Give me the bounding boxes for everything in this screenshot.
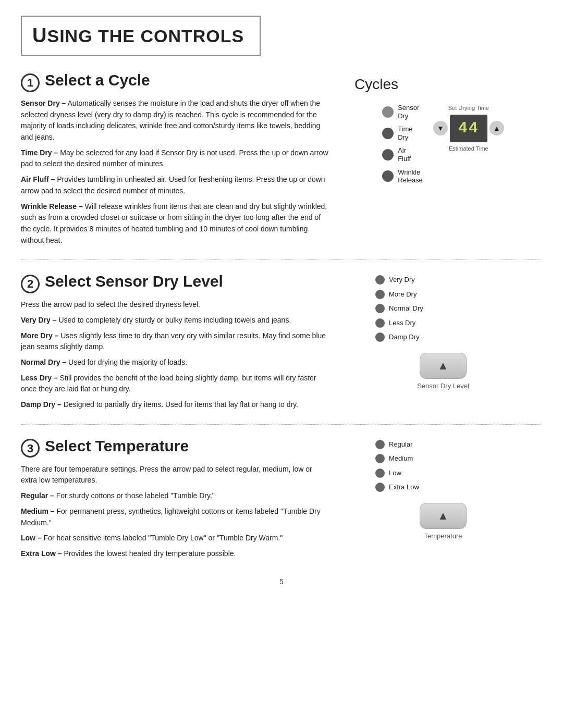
- set-drying-label: Set Drying Time: [448, 104, 489, 113]
- page-header: USING THE CONTROLS: [21, 16, 261, 56]
- temp-regular: Regular: [375, 439, 419, 450]
- step1-visual: Cycles SensorDry TimeDry AirFluff Wrinkl…: [344, 68, 542, 250]
- dryness-more-dry: More Dry: [375, 289, 423, 300]
- step3-text4: Provides the lowest heated dry temperatu…: [64, 549, 236, 558]
- cycle-dot-air: [382, 149, 394, 161]
- step3-bold3: Low –: [21, 534, 42, 542]
- step1-bold2: Time Dry –: [21, 149, 58, 157]
- dryness-damp-dry: Damp Dry: [375, 332, 423, 342]
- cycles-list: SensorDry TimeDry AirFluff WrinkleReleas…: [382, 104, 423, 184]
- temperature-button[interactable]: ▲: [420, 503, 467, 529]
- step2-para1: Very Dry – Used to completely dry sturdy…: [21, 315, 328, 326]
- timer-display: 44: [450, 115, 487, 142]
- cycles-title: Cycles: [354, 73, 398, 95]
- temp-dot-medium: [375, 454, 385, 463]
- temp-dot-extra-low: [375, 483, 385, 492]
- dryness-label-less: Less Dry: [389, 318, 415, 328]
- step2-para2: More Dry – Uses slightly less time to dr…: [21, 330, 328, 353]
- cycle-dot-sensor: [382, 106, 394, 118]
- step2-bold5: Damp Dry –: [21, 400, 62, 409]
- temp-label-low: Low: [389, 468, 401, 478]
- cycle-wrinkle-release: WrinkleRelease: [382, 168, 423, 184]
- dryness-label-more: More Dry: [389, 289, 417, 300]
- step3-number: 3: [21, 439, 40, 458]
- step3-text1: For sturdy cottons or those labeled "Tum…: [56, 491, 215, 500]
- timer-up-button[interactable]: ▲: [489, 121, 504, 135]
- estimated-label: Estimated Time: [449, 144, 488, 153]
- temp-dot-low: [375, 468, 385, 478]
- dryness-dot-very: [375, 275, 385, 285]
- step3-text: 3 Select Temperature There are four temp…: [21, 434, 334, 564]
- cycle-label-air: AirFluff: [398, 146, 411, 163]
- sensor-dry-level-button[interactable]: ▲: [420, 353, 467, 379]
- temp-dot-regular: [375, 440, 385, 449]
- step3-bold1: Regular –: [21, 491, 54, 500]
- step3-para4: Extra Low – Provides the lowest heated d…: [21, 548, 328, 560]
- step2-text4: Still provides the benefit of the load b…: [21, 374, 316, 393]
- cycle-time-dry: TimeDry: [382, 125, 423, 141]
- step3-section: 3 Select Temperature There are four temp…: [21, 434, 542, 564]
- step1-title: Select a Cycle: [45, 68, 150, 92]
- cycle-label-time: TimeDry: [398, 125, 412, 141]
- step2-bold1: Very Dry –: [21, 316, 57, 324]
- dryness-label-normal: Normal Dry: [389, 303, 423, 314]
- dryness-normal-dry: Normal Dry: [375, 303, 423, 314]
- step2-bold4: Less Dry –: [21, 374, 58, 382]
- step3-visual: Regular Medium Low Extra Low ▲ Temperatu…: [344, 434, 542, 564]
- step2-text1: Used to completely dry sturdy or bulky i…: [58, 316, 291, 324]
- step2-para4: Less Dry – Still provides the benefit of…: [21, 373, 328, 395]
- step2-text2: Uses slightly less time to dry than very…: [21, 331, 326, 351]
- step3-bold4: Extra Low –: [21, 549, 62, 558]
- timer-down-button[interactable]: ▼: [433, 121, 448, 135]
- dryness-dot-less: [375, 318, 385, 328]
- step2-intro: Press the arrow pad to select the desire…: [21, 299, 328, 311]
- cycle-dot-wrinkle: [382, 170, 394, 182]
- step1-number: 1: [21, 73, 40, 92]
- step3-bold2: Medium –: [21, 507, 55, 515]
- step1-para1: Sensor Dry – Automatically senses the mo…: [21, 98, 328, 143]
- step3-para2: Medium – For permanent press, synthetics…: [21, 506, 328, 528]
- temp-low: Low: [375, 468, 419, 478]
- step1-text: 1 Select a Cycle Sensor Dry – Automatica…: [21, 68, 334, 250]
- step2-para5: Damp Dry – Designed to partially dry ite…: [21, 399, 328, 411]
- divider2: [21, 424, 542, 425]
- step2-text3: Used for drying the majority of loads.: [68, 358, 187, 366]
- step2-section: 2 Select Sensor Dry Level Press the arro…: [21, 269, 542, 415]
- temp-list: Regular Medium Low Extra Low: [375, 439, 419, 492]
- dryness-dot-more: [375, 290, 385, 299]
- step1-para2: Time Dry – May be selected for any load …: [21, 147, 328, 170]
- step1-text1: Automatically senses the moisture in the…: [21, 99, 320, 141]
- step1-para4: Wrinkle Release – Will release wrinkles …: [21, 201, 328, 246]
- step1-bold3: Air Fluff –: [21, 175, 55, 183]
- temp-medium: Medium: [375, 453, 419, 464]
- dryness-list: Very Dry More Dry Normal Dry Less Dry Da…: [375, 275, 423, 342]
- step3-para1: Regular – For sturdy cottons or those la…: [21, 490, 328, 502]
- step1-heading: 1 Select a Cycle: [21, 68, 328, 92]
- step2-title: Select Sensor Dry Level: [45, 269, 223, 293]
- step2-para3: Normal Dry – Used for drying the majorit…: [21, 357, 328, 368]
- sensor-dry-level-label: Sensor Dry Level: [417, 381, 469, 391]
- step2-heading: 2 Select Sensor Dry Level: [21, 269, 328, 293]
- temp-label-medium: Medium: [389, 453, 413, 464]
- step2-bold2: More Dry –: [21, 331, 58, 340]
- step1-bold4: Wrinkle Release –: [21, 202, 83, 211]
- dryness-dot-damp: [375, 332, 385, 342]
- step1-text2: May be selected for any load if Sensor D…: [21, 149, 328, 168]
- dryness-label-very: Very Dry: [389, 275, 415, 285]
- timer-controls: ▼ 44 ▲: [433, 115, 504, 142]
- cycles-container: SensorDry TimeDry AirFluff WrinkleReleas…: [382, 104, 504, 184]
- step2-visual: Very Dry More Dry Normal Dry Less Dry Da…: [344, 269, 542, 415]
- divider1: [21, 260, 542, 260]
- dryness-less-dry: Less Dry: [375, 318, 423, 328]
- dryness-label-damp: Damp Dry: [389, 332, 420, 342]
- step3-text3: For heat sensitive items labeled "Tumble…: [44, 534, 283, 542]
- cycle-label-wrinkle: WrinkleRelease: [398, 168, 423, 184]
- step3-text2: For permanent press, synthetics, lightwe…: [21, 507, 321, 527]
- step3-title: Select Temperature: [45, 434, 189, 458]
- step1-section: 1 Select a Cycle Sensor Dry – Automatica…: [21, 68, 542, 250]
- step1-para3: Air Fluff – Provides tumbling in unheate…: [21, 174, 328, 196]
- cycle-dot-time: [382, 128, 394, 139]
- page-number: 5: [21, 576, 542, 587]
- cycle-air-fluff: AirFluff: [382, 146, 423, 163]
- step2-number: 2: [21, 275, 40, 293]
